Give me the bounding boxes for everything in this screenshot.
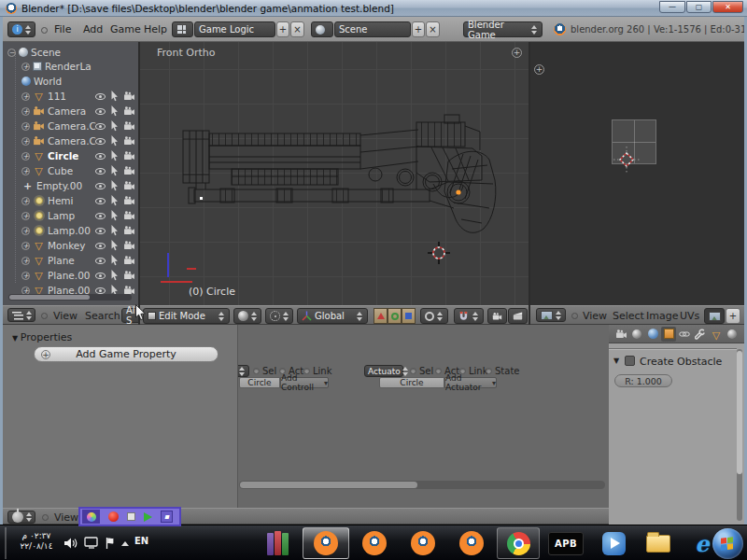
screen-layout-selector[interactable]: Game Logic	[194, 21, 275, 37]
add-actuator-button[interactable]: Add Actuator	[444, 377, 497, 388]
expand-icon[interactable]	[21, 197, 30, 205]
expand-icon[interactable]	[21, 227, 30, 235]
outliner-item[interactable]: Plane.00	[3, 269, 138, 282]
tab-modifiers[interactable]	[693, 327, 708, 342]
taskbar-media-player-button[interactable]	[592, 527, 635, 559]
selectable-pointer-icon[interactable]	[110, 195, 119, 206]
tab-render[interactable]	[613, 327, 628, 342]
visibility-eye-icon[interactable]	[95, 153, 106, 160]
menu-view[interactable]: View	[54, 511, 78, 524]
header-collapse-icon[interactable]	[41, 313, 48, 319]
visibility-eye-icon[interactable]	[95, 183, 106, 189]
outliner-item[interactable]: RenderLa	[3, 60, 138, 73]
expand-icon[interactable]	[21, 92, 30, 101]
obstacle-radius-field[interactable]: R: 1.000	[614, 374, 672, 387]
menu-image[interactable]: Image	[646, 310, 678, 322]
opengl-animation-button[interactable]	[508, 308, 528, 324]
editor-type-selector[interactable]	[7, 21, 35, 37]
taskbar-winrar-button[interactable]	[254, 527, 301, 559]
actuator-object-name[interactable]: Circle	[379, 377, 444, 388]
create-obstacle-checkbox[interactable]	[625, 356, 635, 366]
add-controller-button[interactable]: Add Controll	[280, 377, 329, 388]
visibility-eye-icon[interactable]	[95, 198, 106, 204]
wireframe-rifle-model[interactable]	[140, 42, 529, 305]
taskbar-apb-button[interactable]: APB	[543, 527, 588, 559]
opengl-render-button[interactable]	[487, 308, 507, 324]
window-titlebar[interactable]: Blender* [D:\save files\Desktop\blender\…	[0, 0, 747, 17]
visibility-eye-icon[interactable]	[95, 108, 106, 115]
outliner-item[interactable]: Lamp	[3, 209, 138, 222]
pivot-point-selector[interactable]	[265, 308, 293, 324]
visibility-eye-icon[interactable]	[95, 168, 106, 175]
menu-game[interactable]: Game	[110, 23, 141, 35]
menu-help[interactable]: Help	[144, 23, 167, 35]
scrollbar-thumb[interactable]	[240, 482, 417, 488]
delete-layout-button[interactable]	[290, 21, 304, 37]
visibility-eye-icon[interactable]	[95, 93, 106, 100]
engine-selector[interactable]: Blender Game	[463, 21, 543, 37]
tab-constraints[interactable]	[677, 327, 692, 342]
menu-view[interactable]: View	[53, 310, 78, 322]
tray-clock[interactable]: ٠٢:٣٧ م ٢٢/٠٨/١٤	[13, 531, 60, 552]
screen-recorder-toolbar[interactable]	[78, 507, 181, 526]
show-desktop-strip[interactable]	[5, 527, 7, 559]
selectable-pointer-icon[interactable]	[110, 270, 119, 281]
selectable-pointer-icon[interactable]	[110, 165, 119, 176]
scale-manipulator-button[interactable]	[402, 308, 416, 324]
outliner-item[interactable]: Plane	[3, 254, 138, 267]
image-browse-button[interactable]	[704, 308, 725, 324]
selectable-pointer-icon[interactable]	[110, 135, 119, 147]
scene-selector[interactable]: Scene	[334, 21, 411, 37]
add-game-property-button[interactable]: Add Game Property	[34, 346, 218, 362]
active-vertex-orange[interactable]	[456, 189, 460, 194]
selectable-pointer-icon[interactable]	[110, 240, 119, 251]
menu-file[interactable]: File	[54, 23, 71, 35]
tab-object[interactable]	[661, 327, 676, 342]
record-button[interactable]	[108, 511, 119, 522]
renderable-camera-icon[interactable]	[123, 106, 135, 116]
expand-icon[interactable]	[21, 272, 30, 280]
stop-button[interactable]	[127, 512, 135, 521]
controllers-sel-toggle[interactable]: Sel	[253, 366, 276, 376]
header-collapse-icon[interactable]	[571, 313, 578, 319]
menu-select[interactable]: Select	[613, 310, 644, 322]
selectable-pointer-icon[interactable]	[110, 210, 119, 221]
outliner-item[interactable]: World	[3, 75, 138, 88]
scene-icon-button[interactable]	[311, 21, 333, 37]
logic-horizontal-scrollbar[interactable]	[239, 481, 605, 489]
mode-selector[interactable]: Edit Mode	[143, 308, 230, 324]
outliner-item[interactable]: Empty.00	[3, 179, 138, 192]
renderable-camera-icon[interactable]	[123, 121, 135, 131]
cursor-3d-icon[interactable]	[428, 242, 450, 264]
outliner-item[interactable]: Cube	[3, 164, 138, 177]
expand-icon[interactable]	[21, 122, 30, 131]
maximize-button[interactable]: ▢	[686, 1, 712, 13]
header-collapse-icon[interactable]	[41, 27, 48, 34]
action-center-flag-icon[interactable]	[105, 537, 116, 550]
renderable-camera-icon[interactable]	[123, 166, 135, 175]
taskbar-chrome-button[interactable]	[497, 527, 540, 559]
logic-editor[interactable]: o Sel Act Link Circle Add Controll Actua…	[3, 325, 609, 508]
expand-icon[interactable]	[21, 137, 30, 146]
renderable-camera-icon[interactable]	[123, 91, 135, 101]
expand-icon[interactable]	[21, 242, 30, 250]
renderable-camera-icon[interactable]	[123, 211, 135, 220]
viewport-3d[interactable]: Front Ortho	[140, 42, 529, 305]
menu-search[interactable]: Search	[85, 310, 120, 322]
menu-uvs[interactable]: UVs	[680, 310, 699, 322]
visibility-eye-icon[interactable]	[95, 123, 106, 130]
outliner-item[interactable]: Camera.C	[3, 119, 138, 133]
selectable-pointer-icon[interactable]	[110, 180, 119, 191]
editor-type-selector[interactable]	[7, 308, 35, 322]
snap-selector[interactable]	[454, 308, 484, 324]
add-layout-button[interactable]	[276, 21, 289, 37]
expand-icon[interactable]	[21, 167, 30, 175]
transform-orientation-selector[interactable]: Global	[297, 308, 368, 324]
close-button[interactable]: ✕	[712, 1, 743, 13]
menu-view[interactable]: View	[583, 310, 607, 322]
delete-scene-button[interactable]	[426, 21, 440, 37]
visibility-eye-icon[interactable]	[95, 287, 106, 294]
expand-icon[interactable]	[21, 257, 30, 265]
editor-type-selector[interactable]	[7, 511, 35, 524]
region-expand-icon[interactable]	[512, 48, 522, 58]
